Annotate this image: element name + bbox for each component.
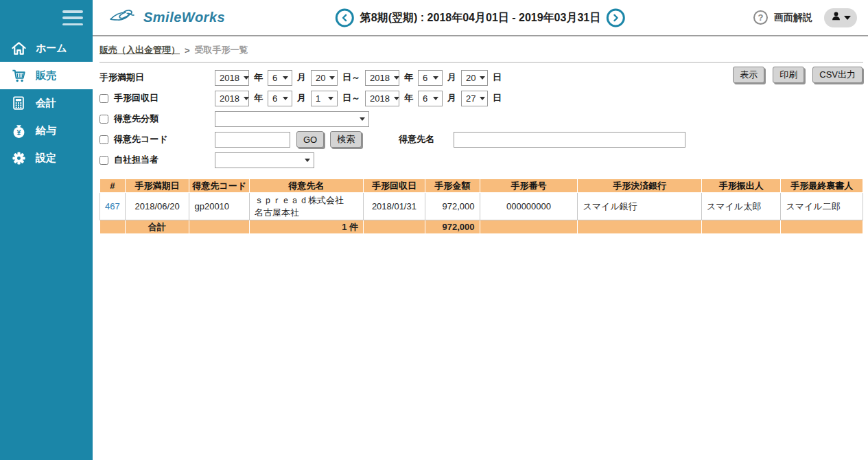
table-row: 467 2018/06/20 gp20010 ｓｐｒｅａｄ株式会社 名古屋本社 …: [100, 193, 863, 220]
search-button[interactable]: 検索: [330, 131, 362, 148]
table-footer-row: 合計 1 件 972,000: [100, 220, 863, 234]
footer-count: 1 件: [250, 220, 364, 234]
chevron-down-icon: [244, 76, 249, 80]
day-tilde-unit-label: 日～: [342, 92, 360, 104]
sidebar-item-payroll[interactable]: ¥ 給与: [0, 117, 93, 144]
col-header-amount: 手形金額: [425, 179, 480, 193]
main-content: 販売（入出金管理） > 受取手形一覧 表示 印刷 CSV出力 手形満期日 201…: [93, 36, 868, 460]
due-date-from-year-select[interactable]: 2018: [215, 70, 249, 86]
col-header-drawer: 手形振出人: [701, 179, 781, 193]
collection-date-filter-label: 手形回収日: [114, 92, 159, 104]
help-icon[interactable]: ?: [753, 10, 768, 25]
col-header-customer-code: 得意先コード: [189, 179, 250, 193]
home-icon: [10, 40, 27, 56]
year-unit-label: 年: [254, 92, 263, 104]
collection-date-from-year-select[interactable]: 2018: [215, 91, 249, 106]
sidebar-item-label: 給与: [36, 124, 56, 137]
money-bag-icon: ¥: [10, 122, 27, 139]
chevron-down-icon: [244, 97, 249, 100]
sidebar-item-accounting[interactable]: 会計: [0, 89, 93, 117]
due-date-to-month-select[interactable]: 6: [418, 70, 443, 86]
print-button[interactable]: 印刷: [773, 67, 804, 83]
chevron-down-icon: [433, 97, 438, 100]
previous-period-button[interactable]: [336, 8, 354, 27]
customer-name-input[interactable]: [454, 132, 685, 148]
staff-filter-label: 自社担当者: [114, 154, 159, 166]
table-header-row: # 手形満期日 得意先コード 得意先名 手形回収日 手形金額 手形番号 手形決済…: [100, 179, 863, 193]
customer-code-checkbox[interactable]: [99, 135, 108, 144]
due-date-to-day-select[interactable]: 20: [461, 70, 488, 86]
breadcrumb-separator: >: [185, 45, 190, 56]
customer-category-checkbox[interactable]: [99, 115, 108, 124]
sidebar-item-home[interactable]: ホーム: [0, 34, 93, 62]
smileworks-logo: SmileWorks: [109, 7, 225, 29]
next-period-button[interactable]: [607, 8, 625, 27]
footer-empty: [100, 220, 126, 234]
logo-text: SmileWorks: [143, 10, 225, 25]
filter-row-collection-date: 手形回収日 2018 年 6 月 1 日～ 2018 年 6 月 27 日: [99, 88, 868, 108]
sidebar-nav: ホーム 販売 会計 ¥ 給与 設定: [0, 34, 93, 172]
col-header-bill-number: 手形番号: [480, 179, 578, 193]
due-date-to-year-select[interactable]: 2018: [365, 70, 399, 86]
chevron-down-icon: [394, 76, 399, 80]
sidebar-item-label: 設定: [36, 152, 56, 165]
collection-date-to-day-select[interactable]: 27: [461, 91, 488, 106]
footer-empty: [578, 220, 701, 234]
footer-empty: [480, 220, 578, 234]
user-menu-button[interactable]: [824, 8, 857, 27]
top-action-buttons: 表示 印刷 CSV出力: [733, 67, 863, 83]
sidebar-item-settings[interactable]: 設定: [0, 144, 93, 172]
screen-help-link[interactable]: 画面解説: [774, 12, 812, 24]
collection-date-from-day-select[interactable]: 1: [311, 91, 338, 106]
footer-empty: [781, 220, 863, 234]
collection-date-to-month-select[interactable]: 6: [418, 91, 443, 106]
col-header-collection-date: 手形回収日: [364, 179, 425, 193]
calculator-icon: [10, 95, 27, 111]
due-date-from-day-select[interactable]: 20: [311, 70, 338, 86]
show-button[interactable]: 表示: [733, 67, 764, 83]
col-header-bank: 手形決済銀行: [578, 179, 701, 193]
row-id-link[interactable]: 467: [105, 201, 120, 211]
footer-total-label: 合計: [125, 220, 189, 234]
month-unit-label: 月: [297, 92, 306, 104]
filter-row-customer-category: 得意先分類: [99, 108, 868, 129]
chevron-down-icon: [283, 76, 288, 80]
received-bills-table: # 手形満期日 得意先コード 得意先名 手形回収日 手形金額 手形番号 手形決済…: [99, 179, 863, 234]
cell-customer-code: gp20010: [189, 193, 250, 220]
fiscal-period-label: 第8期(翌期) : 2018年04月01日 - 2019年03月31日: [360, 10, 600, 25]
customer-code-input[interactable]: [215, 132, 290, 148]
smileworks-logo-icon: [109, 7, 141, 29]
col-header-number: #: [100, 179, 126, 193]
csv-export-button[interactable]: CSV出力: [812, 67, 863, 83]
footer-empty: [189, 220, 250, 234]
breadcrumb-parent-link[interactable]: 販売（入出金管理）: [99, 44, 180, 56]
chevron-down-icon: [394, 97, 399, 100]
breadcrumb: 販売（入出金管理） > 受取手形一覧: [93, 36, 868, 56]
sidebar-item-label: 販売: [36, 69, 56, 82]
cart-icon: [10, 67, 27, 84]
staff-select[interactable]: [215, 152, 314, 168]
sidebar-item-label: 会計: [36, 97, 56, 110]
customer-code-filter-label: 得意先コード: [114, 133, 168, 146]
sidebar-item-sales[interactable]: 販売: [0, 62, 93, 89]
go-button[interactable]: GO: [296, 131, 324, 148]
month-unit-label: 月: [297, 71, 306, 84]
day-tilde-unit-label: 日～: [342, 71, 360, 84]
hamburger-menu-icon[interactable]: [62, 10, 83, 25]
col-header-customer-name: 得意先名: [250, 179, 364, 193]
cell-bank: スマイル銀行: [578, 193, 701, 220]
customer-category-select[interactable]: [215, 111, 369, 127]
staff-checkbox[interactable]: [99, 156, 108, 165]
collection-date-from-month-select[interactable]: 6: [268, 91, 292, 106]
filter-row-staff: 自社担当者: [99, 150, 868, 170]
sidebar-item-label: ホーム: [36, 42, 67, 55]
year-unit-label: 年: [404, 71, 413, 84]
due-date-from-month-select[interactable]: 6: [268, 70, 292, 86]
collection-date-to-year-select[interactable]: 2018: [365, 91, 399, 106]
chevron-down-icon: [844, 16, 851, 20]
collection-date-checkbox[interactable]: [99, 94, 108, 103]
chevron-down-icon: [360, 117, 365, 121]
chevron-down-icon: [480, 76, 485, 80]
footer-empty: [701, 220, 781, 234]
cell-drawer: スマイル太郎: [701, 193, 781, 220]
